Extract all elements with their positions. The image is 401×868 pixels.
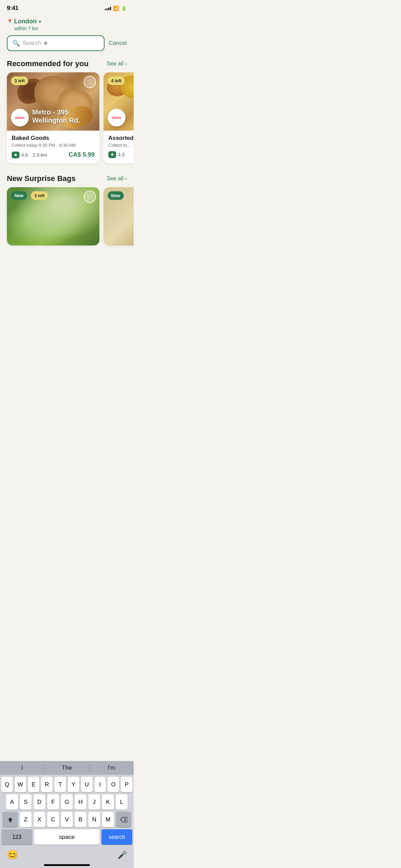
star-badge: ★ (12, 152, 20, 158)
search-bar[interactable]: 🔍 Search (7, 35, 105, 51)
search-placeholder[interactable]: Search (23, 40, 41, 47)
star-icon: ★ (14, 153, 17, 157)
card-footer-assorted: ★ 4.3 (108, 151, 134, 158)
store-logo-metro-2: metro (108, 109, 125, 126)
distance-label: 2.9 km (33, 152, 47, 158)
card-title: Baked Goods (12, 135, 95, 142)
battery-icon: 🔋 (121, 5, 127, 11)
badge-new-1: New (11, 191, 27, 200)
rating-number: 4.6 (21, 152, 28, 158)
card-footer: ★ 4.6 | 2.9 km CA$ 5.99 (12, 151, 95, 158)
metro-logo-text-2: metro (112, 116, 121, 120)
card-price: CA$ 5.99 (69, 151, 95, 158)
card-body-baked-goods: Baked Goods Collect today 8:30 PM - 8:30… (7, 131, 99, 163)
favorite-button[interactable]: ♡ (84, 76, 96, 88)
location-row[interactable]: 📍 London ▾ (7, 18, 127, 25)
location-header: 📍 London ▾ within 7 km (0, 14, 134, 35)
badge-left-1: 3 left (31, 191, 48, 200)
new-bags-section: New Surprise Bags See all › New 3 left ♡… (0, 171, 134, 252)
card-title-assorted: Assorted (108, 135, 134, 142)
cursor-indicator (44, 41, 47, 45)
card-rating-assorted: ★ 4.3 (108, 151, 124, 158)
recommended-cards-scroll: 3 left ♡ metro Metro - 395 Wellington Rd… (0, 72, 134, 170)
metro-logo-text: metro (15, 116, 25, 120)
card-body-assorted: Assorted Collect to... ★ 4.3 (104, 131, 134, 163)
heart-icon-2: ♡ (87, 194, 92, 200)
signal-icon (105, 6, 111, 10)
location-radius: within 7 km (7, 26, 127, 31)
new-bag-card-2[interactable]: New (104, 187, 134, 245)
status-time: 9:41 (7, 5, 19, 12)
card-collect-time: Collect today 8:30 PM - 8:30 AM (12, 143, 95, 148)
store-logo-metro: metro (11, 109, 29, 126)
badge-new-2: New (108, 191, 124, 200)
new-bags-header: New Surprise Bags See all › (0, 171, 134, 187)
product-card-baked-goods[interactable]: 3 left ♡ metro Metro - 395 Wellington Rd… (7, 72, 99, 163)
search-input-area[interactable]: Search (23, 40, 99, 47)
badge-items-left-2: 4 left (108, 76, 125, 85)
search-container: 🔍 Search Cancel (0, 35, 134, 57)
favorite-button-2[interactable]: ♡ (84, 191, 96, 203)
heart-icon: ♡ (87, 79, 92, 85)
card-rating: ★ 4.6 | 2.9 km (12, 152, 47, 158)
status-icons: 📶 🔋 (105, 5, 127, 11)
new-bag-card-1[interactable]: New 3 left ♡ (7, 187, 99, 245)
star-icon-2: ★ (110, 152, 114, 157)
product-card-assorted[interactable]: 4 left metro Assorted Collect to... ★ 4.… (104, 72, 134, 163)
wifi-icon: 📶 (113, 5, 119, 11)
rating-separator: | (29, 152, 31, 158)
card-image-assorted: 4 left metro (104, 72, 134, 131)
location-chevron-icon[interactable]: ▾ (39, 19, 41, 24)
badge-items-left: 3 left (11, 76, 28, 85)
store-name-overlay: Metro - 395 Wellington Rd. (32, 108, 80, 124)
card-collect-assorted: Collect to... (108, 143, 134, 148)
new-bag-image-container-1: New 3 left ♡ (7, 187, 99, 245)
location-city[interactable]: London (14, 18, 37, 25)
card-image-baked-goods: 3 left ♡ metro Metro - 395 Wellington Rd… (7, 72, 99, 131)
recommended-section-header: Recommended for you See all › (0, 57, 134, 72)
location-pin-icon: 📍 (7, 19, 13, 24)
recommended-title: Recommended for you (7, 59, 88, 68)
new-bags-cards-scroll: New 3 left ♡ New (0, 187, 134, 252)
recommended-see-all[interactable]: See all › (107, 61, 127, 67)
new-bags-see-all[interactable]: See all › (107, 176, 127, 182)
rating-number-assorted: 4.3 (118, 152, 124, 157)
status-bar: 9:41 📶 🔋 (0, 0, 134, 14)
star-badge-assorted: ★ (108, 151, 116, 158)
new-bag-image-container-2: New (104, 187, 134, 245)
search-icon: 🔍 (12, 39, 20, 47)
new-bags-title: New Surprise Bags (7, 174, 76, 183)
cancel-button[interactable]: Cancel (109, 40, 127, 47)
